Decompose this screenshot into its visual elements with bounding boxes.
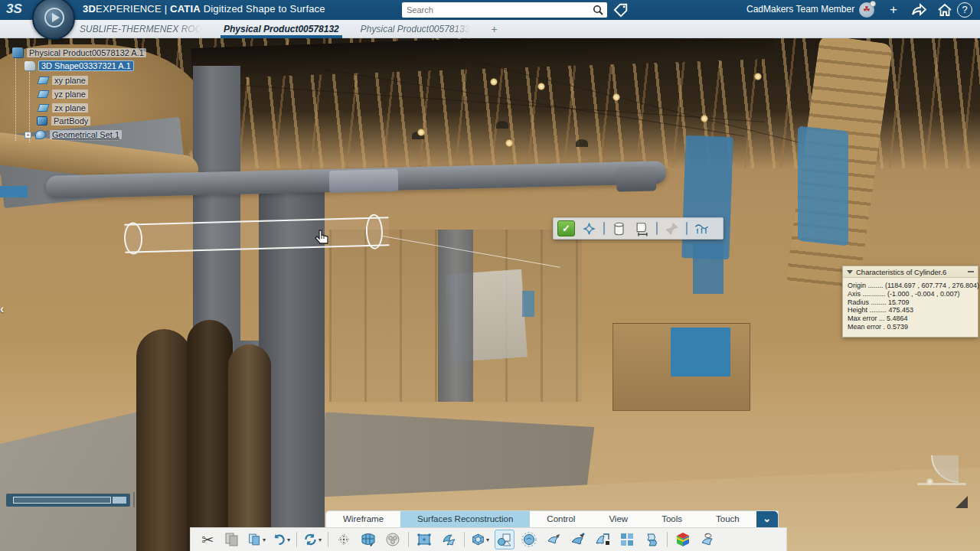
scene-blue-patch [522,291,534,317]
tab-wireframe[interactable]: Wireframe [326,511,400,527]
tree-node-xy-plane[interactable]: xy plane [38,76,88,85]
help-icon[interactable]: ? [957,2,972,18]
search-input[interactable] [402,5,592,15]
tag-icon[interactable] [612,2,629,18]
copy-icon[interactable] [223,530,241,549]
scene-blue-patch [798,126,848,246]
search-icon[interactable] [592,4,604,16]
tab-physical-product-00578133[interactable]: Physical Product00578133 [361,20,470,38]
zoom-slider-handle[interactable] [113,497,126,504]
partbody-icon [37,116,47,126]
surfaces-swirl-icon[interactable] [439,530,458,549]
scene-lamp [496,121,508,129]
tab-control[interactable]: Control [530,511,592,527]
tab-tools[interactable]: Tools [645,511,699,527]
scene-light [754,73,762,80]
home-icon[interactable] [936,2,954,18]
grid-pattern-icon[interactable] [618,530,636,549]
surface-offset-icon[interactable] [569,530,587,549]
user-name-label[interactable]: CadMakers Team Member [746,4,854,15]
plane-dimension-icon[interactable] [633,220,651,237]
cut-icon[interactable]: ✂ [198,530,217,549]
char-row-max-error: Max error ... 5.4864 [848,315,973,323]
char-row-height: Height ......... 475.453 [848,306,973,315]
characteristics-panel-header[interactable]: Characteristics of Cylinder.6 [843,266,978,278]
separator [603,222,605,235]
new-tab-button[interactable]: + [492,20,498,38]
separator [667,532,668,547]
tree-node-yz-plane[interactable]: yz plane [38,90,88,99]
primitives-icon[interactable]: ▾ [471,530,489,549]
app-title: 3DEXPERIENCE | CATIA Digitized Shape to … [83,3,325,15]
characteristics-panel-body: Origin ........ (1184.697 , 607.774 , 27… [843,278,978,337]
plane-icon [37,90,49,98]
tree-node-zx-plane[interactable]: zx plane [38,103,88,112]
scene-pipe-cap [616,166,657,191]
separator [656,222,658,235]
geometrical-set-icon [35,130,46,139]
undo-icon[interactable]: ▾ [272,530,290,549]
tree-node-partbody[interactable]: PartBody [37,116,90,126]
char-row-axis: Axis ............ (-1.000 , -0.004 , 0.0… [848,290,973,298]
share-icon[interactable] [910,2,928,18]
scene-pipe-coupling [329,169,399,193]
scene-light [490,78,498,86]
update-icon[interactable]: ▾ [303,530,322,549]
resize-corner-icon[interactable] [956,496,968,508]
mesh-surface-icon[interactable] [359,530,377,549]
point-cloud-icon[interactable] [335,530,353,549]
context-action-toolbar: ✓ [553,217,724,240]
surface-trim-icon[interactable] [593,530,612,549]
move-manipulator-icon[interactable] [580,220,598,237]
paste-icon[interactable]: ▾ [247,530,266,549]
tab-physical-product-00578132[interactable]: Physical Product00578132 [224,20,339,38]
pin-icon [663,220,681,237]
3d-viewport[interactable]: ✓ [0,38,980,551]
power-fit-icon[interactable] [520,530,538,549]
avatar[interactable]: ☘ [859,2,874,18]
cylinder-end-handle-left[interactable] [123,222,142,255]
dassault-3ds-logo: 3S [6,2,28,18]
scene-light [417,129,425,136]
scene-light [537,83,545,90]
surface-check-icon[interactable] [698,530,717,549]
segmentation-icon[interactable] [384,530,402,549]
flip-surface-icon[interactable] [642,530,661,549]
ribbon-chevron-down-icon[interactable]: ⌄ [756,511,778,527]
view-robot-compass[interactable] [917,455,966,486]
tab-sublife-thermenex[interactable]: SUBLIFE-THERMENEX ROO [80,20,202,38]
slider-tick [133,492,135,507]
small-surface-icon[interactable] [544,530,563,549]
separator [408,532,409,547]
tree-node-geometrical-set[interactable]: + Geometrical Set.1 [24,130,122,139]
tab-view[interactable]: View [592,511,645,527]
collapse-triangle-icon[interactable] [847,270,853,274]
shape-icon [24,61,35,70]
separator [296,532,297,547]
tab-surfaces-reconstruction[interactable]: Surfaces Reconstruction [400,511,530,527]
collapse-panel-chevron-icon[interactable]: ‹ [0,302,4,316]
scene-blue-patch [0,186,28,197]
deviation-analysis-icon[interactable] [674,530,692,549]
zoom-slider-track[interactable] [13,497,111,504]
tree-node-physical-product[interactable]: Physical Product00578132 A.1 [12,47,146,57]
top-app-bar: 3S 3DEXPERIENCE | CATIA Digitized Shape … [0,0,980,20]
search-bar[interactable] [402,2,607,18]
expand-plus-icon[interactable]: + [24,132,31,139]
basic-shapes-icon[interactable] [495,530,514,549]
scene-blue-patch [693,243,724,294]
cylinder-end-handle-right[interactable] [365,214,383,249]
add-icon[interactable]: + [884,2,903,18]
ok-check-button[interactable]: ✓ [557,220,575,236]
tessellation-icon[interactable] [415,530,433,549]
scene-column [438,230,473,402]
scene-light [612,93,620,101]
cylinder-primitive-icon[interactable] [610,220,628,237]
tree-node-3d-shape[interactable]: 3D Shape03337321 A.1 [24,61,133,70]
minimize-dash-icon[interactable] [968,271,974,272]
mesh-fit-icon[interactable] [693,220,710,237]
tab-touch[interactable]: Touch [699,511,756,527]
zoom-slider[interactable] [6,494,130,507]
scene-tank [136,329,191,551]
characteristics-panel-title: Characteristics of Cylinder.6 [856,268,965,276]
